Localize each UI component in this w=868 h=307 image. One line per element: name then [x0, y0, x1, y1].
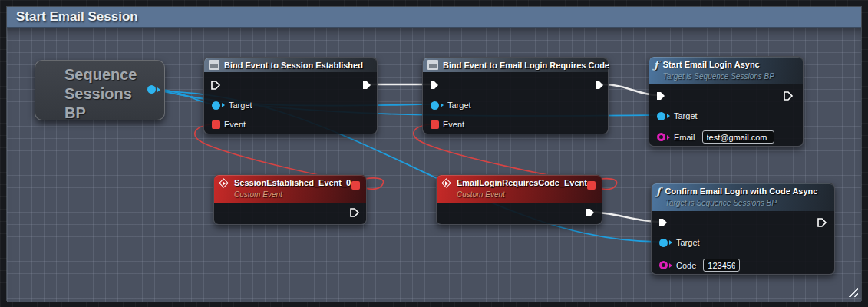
- variable-name-line: Sequence: [64, 65, 164, 84]
- pin-label: Event: [224, 120, 246, 129]
- pin-label: Target: [447, 101, 471, 110]
- delegate-output-pin[interactable]: [587, 181, 596, 190]
- node-header[interactable]: ƒ Start Email Login Async Target is Sequ…: [649, 57, 803, 84]
- target-input-pin[interactable]: Target: [212, 101, 252, 110]
- exec-input-pin[interactable]: [658, 217, 668, 228]
- object-pin-icon: [659, 239, 668, 247]
- code-input-pin[interactable]: Code: [659, 259, 740, 272]
- delegate-pin-icon: [431, 120, 439, 129]
- delegate-output-pin[interactable]: [351, 181, 360, 190]
- pin-tail-icon: [669, 240, 672, 245]
- node-start-email-login-async[interactable]: ƒ Start Email Login Async Target is Sequ…: [649, 56, 804, 147]
- node-subtitle: Target is Sequence Sessions BP: [663, 71, 774, 82]
- pin-tail-icon: [222, 103, 225, 107]
- pin-label: Event: [443, 120, 464, 129]
- blueprint-graph-canvas[interactable]: Start Email Session Sequence Sessions BP: [0, 0, 868, 307]
- node-header[interactable]: Bind Event to Session Established: [204, 58, 377, 72]
- pin-tail-icon: [157, 87, 160, 92]
- pin-tail-icon: [667, 135, 670, 140]
- object-pin-icon: [657, 112, 665, 120]
- node-session-established-event[interactable]: SessionEstablished_Event_0 Custom Event: [213, 174, 367, 225]
- node-email-login-requires-code-event[interactable]: EmailLoginRequiresCode_Event Custom Even…: [436, 174, 602, 225]
- exec-output-pin[interactable]: [594, 80, 605, 91]
- email-value-field[interactable]: [702, 130, 774, 144]
- target-input-pin[interactable]: Target: [431, 101, 471, 110]
- exec-output-pin[interactable]: [783, 91, 794, 101]
- node-header[interactable]: ƒ Confirm Email Login with Code Async Ta…: [652, 183, 834, 211]
- pin-label: Email: [674, 133, 695, 142]
- pin-label: Target: [229, 101, 252, 110]
- bind-event-icon: [209, 60, 219, 70]
- email-input-pin[interactable]: Email: [657, 130, 774, 144]
- node-header[interactable]: EmailLoginRequiresCode_Event Custom Even…: [437, 175, 602, 203]
- node-header[interactable]: Bind Event to Email Login Requires Code: [423, 58, 608, 72]
- node-title: SessionEstablished_Event_0: [234, 177, 351, 189]
- exec-output-pin[interactable]: [585, 207, 596, 218]
- node-header[interactable]: SessionEstablished_Event_0 Custom Event: [214, 175, 366, 203]
- comment-title-bar[interactable]: Start Email Session: [7, 7, 861, 28]
- delegate-pin-icon: [212, 120, 220, 129]
- node-confirm-email-login-async[interactable]: ƒ Confirm Email Login with Code Async Ta…: [651, 183, 835, 275]
- pin-tail-icon: [669, 263, 672, 268]
- comment-title: Start Email Session: [16, 9, 138, 25]
- exec-input-pin[interactable]: [210, 80, 221, 91]
- event-input-pin[interactable]: Event: [431, 120, 464, 129]
- node-subtitle: Custom Event: [234, 189, 351, 200]
- node-title: Confirm Email Login with Code Async: [665, 186, 818, 197]
- node-bind-email-login-requires-code[interactable]: Bind Event to Email Login Requires Code …: [422, 57, 609, 134]
- custom-event-icon: [219, 178, 229, 189]
- variable-name-line: BP: [64, 104, 164, 123]
- object-pin-icon: [212, 101, 220, 110]
- target-input-pin[interactable]: Target: [657, 111, 698, 120]
- function-icon: ƒ: [656, 187, 661, 196]
- object-pin-icon: [431, 101, 439, 110]
- node-subtitle: Target is Sequence Sessions BP: [665, 197, 818, 209]
- object-output-pin[interactable]: [147, 85, 160, 94]
- exec-input-pin[interactable]: [429, 80, 440, 91]
- string-pin-icon: [659, 261, 668, 269]
- pin-label: Target: [676, 238, 700, 247]
- code-value-field[interactable]: [703, 259, 740, 272]
- pin-label: Target: [674, 111, 698, 120]
- node-title: Bind Event to Email Login Requires Code: [443, 61, 609, 70]
- exec-output-pin[interactable]: [349, 207, 360, 218]
- pin-tail-icon: [441, 103, 444, 107]
- exec-input-pin[interactable]: [655, 91, 666, 101]
- target-input-pin[interactable]: Target: [659, 238, 700, 247]
- pin-label: Code: [676, 261, 696, 270]
- bind-event-icon: [427, 60, 438, 70]
- pin-tail-icon: [667, 114, 670, 118]
- string-pin-icon: [657, 133, 665, 141]
- event-input-pin[interactable]: Event: [212, 120, 246, 129]
- function-icon: ƒ: [654, 60, 658, 70]
- custom-event-icon: [441, 178, 452, 189]
- node-title: Start Email Login Async: [663, 59, 774, 71]
- node-subtitle: Custom Event: [457, 189, 587, 200]
- node-title: EmailLoginRequiresCode_Event: [457, 177, 587, 189]
- node-sequence-sessions-bp[interactable]: Sequence Sessions BP: [35, 60, 165, 120]
- node-bind-session-established[interactable]: Bind Event to Session Established Target…: [203, 57, 378, 134]
- exec-output-pin[interactable]: [817, 217, 827, 228]
- node-title: Bind Event to Session Established: [224, 61, 363, 70]
- object-pin-icon: [147, 85, 156, 94]
- exec-output-pin[interactable]: [361, 80, 372, 91]
